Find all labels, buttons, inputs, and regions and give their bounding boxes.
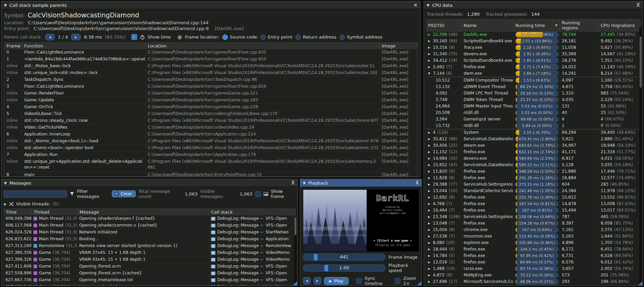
callstack-row[interactable]: 0Floor::CalcLightNoLuminanceC:\Users\wol… <box>4 49 417 56</box>
close-icon[interactable]: × <box>413 3 418 8</box>
cpu-row[interactable]: ▶18,444(6)firefox.exe104.2 ms (0.45%)8,1… <box>426 246 641 253</box>
callstack-cell[interactable]: DebugLog::Message←VideoMemo <box>209 249 295 256</box>
expand-arrow-icon[interactable]: ▶ <box>428 259 431 266</box>
callstack-row[interactable]: 8mainC:\Users\wolf\Desktop\darkrl\src\En… <box>4 172 417 177</box>
entry-value[interactable]: C:\Users\wolf\Desktop\darkrl\src\game\vi… <box>33 26 208 31</box>
callstack-cell[interactable]: DebugLog::Message←VFS::Open <box>209 222 295 229</box>
cpu-row[interactable]: ▶4(126)System1.55 s (6.70%)69,29434,400(… <box>426 129 641 136</box>
expand-arrow-icon[interactable]: ▶ <box>428 278 431 285</box>
callstack-row[interactable]: 7Application::RunC:\Users\wolf\Desktop\d… <box>4 152 417 158</box>
resize-grip[interactable] <box>638 281 642 285</box>
callstack-row[interactable]: 4Game::OnTickC:\Users\wolf\Desktop\darkr… <box>4 104 417 111</box>
col-pid-tid[interactable]: PID/TID <box>426 19 462 31</box>
col-cpu-migrations[interactable]: CPU migrations <box>599 19 641 31</box>
collapse-icon[interactable]: ▼ <box>427 3 429 7</box>
cpu-row[interactable]: ▶12,016(2)firefox.exe84.89 ms (0.37%)6,5… <box>426 259 641 266</box>
expand-arrow-icon[interactable]: ▶ <box>428 220 431 227</box>
message-row[interactable]: 627,380,356nsGame(36,704)VRAM 37x45: 13 … <box>4 249 295 256</box>
expand-arrow-icon[interactable]: ▶ <box>428 266 431 272</box>
messages-scrollbar[interactable] <box>294 217 297 285</box>
prev-frame-button[interactable]: ◀ <box>303 277 311 285</box>
callstack-cell[interactable]: DebugLog::Message←VFS::Open <box>209 215 295 222</box>
expand-arrow-icon[interactable]: ▶ <box>428 142 431 149</box>
expand-arrow-icon[interactable]: ▶ <box>428 38 431 44</box>
callstack-cell[interactable]: DebugLog::Message←VFS::Open <box>209 263 295 270</box>
cpu-row[interactable]: ▶11,152(12)firefox.exe632.15 ms (2.74%)4… <box>426 149 641 155</box>
cpu-row[interactable]: ▶4,768(7)firefox.exe187.54 ms (0.81%)14,… <box>426 201 641 207</box>
expand-arrow-icon[interactable]: ▶ <box>428 272 431 278</box>
cpu-row[interactable]: ▶10,316(9)Tracy.exe2.18 s (9.45%)11,0585… <box>426 44 641 51</box>
expand-arrow-icon[interactable]: ▶ <box>428 240 431 246</box>
scrollbar-thumb[interactable] <box>640 37 642 88</box>
expand-arrow-icon[interactable]: ▶ <box>428 233 431 240</box>
close-icon[interactable]: X <box>415 181 419 186</box>
location-value[interactable]: C:\Users\wolf\Desktop\darkrl\src\game\vi… <box>28 20 209 25</box>
callstack-row[interactable]: inlinestd::atomic<bool>::operator boolC:… <box>4 145 417 152</box>
expand-arrow-icon[interactable]: ▶ <box>428 246 431 253</box>
message-row[interactable]: 606,117,568nsMain thread(31,596)Opening … <box>4 222 295 229</box>
callstack-row[interactable]: inlinestd::chrono::steady_clock::nowC:\P… <box>4 117 417 124</box>
cpu-scrollbar[interactable] <box>639 27 642 285</box>
col-running-time[interactable]: Running time▼ <box>513 19 560 31</box>
expand-arrow-icon[interactable]: ▶ <box>428 51 431 57</box>
expand-arrow-icon[interactable]: ▶ <box>428 149 431 155</box>
message-row[interactable]: 626,024,328nsMain thread(31,596)Network … <box>4 229 295 236</box>
expand-arrow-icon[interactable]: ▶ <box>428 168 431 175</box>
next-frame-button[interactable]: ▶ <box>313 277 321 285</box>
message-row[interactable]: 627,411,606nsGame(36,704)Opening /forest… <box>4 263 295 270</box>
cpu-row[interactable]: 24,964DWM Master Input Threa5.03 ms (0.0… <box>426 103 641 110</box>
cpu-row[interactable]: 13,732ntdll.dll5.84 us (0.00%)10(0.00%) <box>426 123 641 129</box>
resize-grip[interactable] <box>293 281 297 285</box>
radio-symbol-address[interactable]: Symbol address <box>339 34 382 40</box>
expand-arrow-icon[interactable]: ▶ <box>428 136 431 142</box>
cpu-row[interactable]: ▶29,388(77)ServiceHub.SettingsHost273.15… <box>426 181 641 188</box>
cpu-row[interactable]: ▶11,820(9)firefox.exe346.58 ms (1.50%)21… <box>426 168 641 175</box>
callstack-cell[interactable]: DebugLog::Message←Application: <box>209 236 295 243</box>
callstack-row[interactable]: inlineGame::UpdateC:\Users\wolf\Desktop\… <box>4 97 417 104</box>
callstack-cell[interactable]: DebugLog::Message←VFS::Open <box>209 277 295 284</box>
cpu-row[interactable]: ▶16,464(7)firefox.exe187 ms (0.81%)15,49… <box>426 207 641 214</box>
radio-return-address[interactable]: Return address <box>295 34 336 40</box>
callstack-row[interactable]: inlineGame::RenderFloorC:\Users\wolf\Des… <box>4 90 417 97</box>
cpu-row[interactable]: ▶30,160(84)ScriptedSandbox64.exe2.51 s (… <box>426 38 641 44</box>
expand-arrow-icon[interactable]: ▶ <box>428 129 431 136</box>
playback-speed-slider[interactable]: 1.00 <box>303 264 385 272</box>
expand-arrow-icon[interactable]: ▶ <box>428 207 431 214</box>
sync-timeline-checkbox[interactable] <box>356 278 362 284</box>
cpu-row[interactable]: 10,512DWM Compositor Thread1.53 s (6.63%… <box>426 77 641 84</box>
message-row[interactable]: 627,558,996nsGame(36,704)Opening /forest… <box>4 270 295 277</box>
callstack-row[interactable]: inlinestd::unique_ptr<Application,std::d… <box>4 158 417 172</box>
expand-arrow-icon[interactable]: ▶ <box>428 31 431 38</box>
expand-arrow-icon[interactable]: ▶ <box>428 201 431 207</box>
callstack-row[interactable]: 2TaskDispatch::SyncC:\Users\wolf\Desktop… <box>4 76 417 83</box>
cpu-row[interactable]: ▶1,488(10)csrss.exe83.74 ms (0.36%)3,657… <box>426 266 641 272</box>
expand-arrow-icon[interactable]: ▶ <box>428 175 431 181</box>
expand-arrow-icon[interactable]: ▶ <box>428 44 431 51</box>
next-callstack-button[interactable]: ▶ <box>71 34 81 40</box>
cpu-row[interactable]: ▶8,080(20)explorer.exe105.66 ms (0.46%)4… <box>426 240 641 246</box>
expand-arrow-icon[interactable]: ▶ <box>428 188 431 194</box>
cpu-row[interactable]: 3,748DWM Token Thread23.37 ms (0.10%)4,0… <box>426 97 641 103</box>
cpu-row[interactable]: ▶12,692(9)firefox.exe231.76 ms (1.00%)15… <box>426 194 641 201</box>
expand-icon[interactable]: ▶ <box>4 202 6 206</box>
cpu-row[interactable]: ▶2,492(7)firefox.exe1.71 s (7.42%)24,022… <box>426 64 641 70</box>
visible-threads-row[interactable]: ▶ Visible threads: (5) <box>4 201 295 206</box>
callstack-cell[interactable]: DebugLog::Message←IntroMenu:: <box>209 284 295 286</box>
col-running-regions[interactable]: Running regions <box>560 19 599 31</box>
zoom-2x-checkbox[interactable] <box>395 278 400 284</box>
callstack-row[interactable]: 6Application::InnerLoopC:\Users\wolf\Des… <box>4 131 417 138</box>
cpu-row[interactable]: 20,508ntdll.dll1.01 ms (0.00%)4025(62.50… <box>426 110 641 116</box>
cpu-row[interactable]: ▼7,144(8)dwm.exe1.66 s (7.18%)14,2918,21… <box>426 70 641 77</box>
collapse-icon[interactable]: ▼ <box>4 181 7 185</box>
callstack-row[interactable]: 1<lambda_84a19dc444fae966ca174e83e708bdc… <box>4 56 417 63</box>
callstack-cell[interactable]: DebugLog::Message←VFS::Open <box>209 270 295 277</box>
callstack-row[interactable]: inlinestd::_Mutex_base::lockC:\Program F… <box>4 63 417 70</box>
message-row[interactable]: 606,049,398nsMain thread(31,596)Opening … <box>4 215 295 222</box>
cpu-row[interactable]: ▶23,348(106)ServiceHub.SettingsHost158.0… <box>426 214 641 220</box>
cpu-row[interactable]: ▶13,048(7)firefox.exe154.28 ms (0.67%)9,… <box>426 220 641 227</box>
message-row[interactable]: 626,833,622nsMain thread(31,596)Booting.… <box>4 236 295 243</box>
cpu-row[interactable]: ▶27,536(7)msvsmon.exe133.45 ms (0.58%)5,… <box>426 233 641 240</box>
cpu-row[interactable]: ▶27,696(17)Microsoft.ServiceHub.Co48.06 … <box>426 278 641 285</box>
frame-image-slider[interactable]: 441 <box>303 254 385 261</box>
expand-arrow-icon[interactable]: ▶ <box>428 214 431 220</box>
